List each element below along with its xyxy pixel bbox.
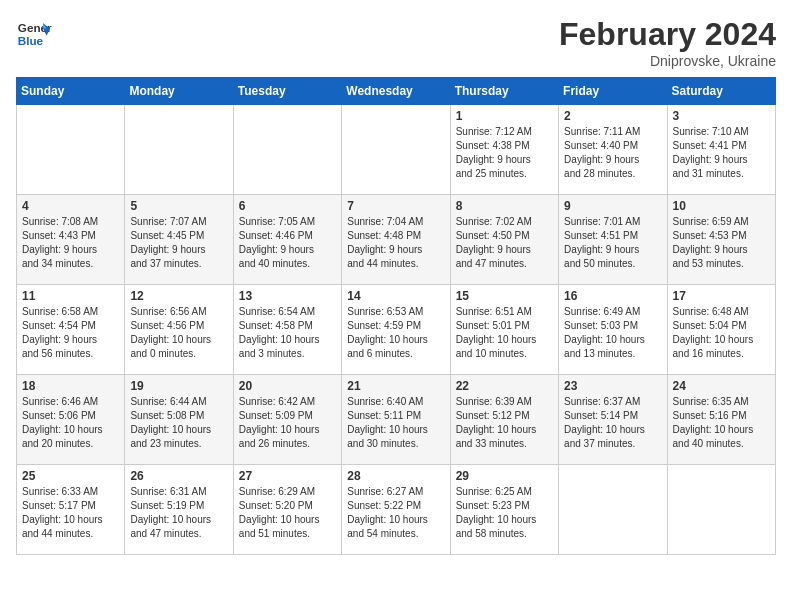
- day-info: Sunrise: 6:42 AM Sunset: 5:09 PM Dayligh…: [239, 395, 336, 451]
- calendar-day-cell: 17Sunrise: 6:48 AM Sunset: 5:04 PM Dayli…: [667, 285, 775, 375]
- title-block: February 2024 Dniprovske, Ukraine: [559, 16, 776, 69]
- month-year-title: February 2024: [559, 16, 776, 53]
- day-number: 23: [564, 379, 661, 393]
- calendar-week-row: 1Sunrise: 7:12 AM Sunset: 4:38 PM Daylig…: [17, 105, 776, 195]
- day-info: Sunrise: 6:49 AM Sunset: 5:03 PM Dayligh…: [564, 305, 661, 361]
- day-number: 13: [239, 289, 336, 303]
- day-number: 9: [564, 199, 661, 213]
- day-number: 27: [239, 469, 336, 483]
- calendar-day-cell: 23Sunrise: 6:37 AM Sunset: 5:14 PM Dayli…: [559, 375, 667, 465]
- day-number: 24: [673, 379, 770, 393]
- day-of-week-header: Saturday: [667, 78, 775, 105]
- day-info: Sunrise: 6:25 AM Sunset: 5:23 PM Dayligh…: [456, 485, 553, 541]
- calendar-day-cell: 24Sunrise: 6:35 AM Sunset: 5:16 PM Dayli…: [667, 375, 775, 465]
- day-info: Sunrise: 6:31 AM Sunset: 5:19 PM Dayligh…: [130, 485, 227, 541]
- svg-text:Blue: Blue: [18, 34, 44, 47]
- calendar-day-cell: 18Sunrise: 6:46 AM Sunset: 5:06 PM Dayli…: [17, 375, 125, 465]
- calendar-week-row: 18Sunrise: 6:46 AM Sunset: 5:06 PM Dayli…: [17, 375, 776, 465]
- day-of-week-header: Monday: [125, 78, 233, 105]
- calendar-day-cell: [233, 105, 341, 195]
- day-number: 16: [564, 289, 661, 303]
- calendar-day-cell: 25Sunrise: 6:33 AM Sunset: 5:17 PM Dayli…: [17, 465, 125, 555]
- calendar-day-cell: 15Sunrise: 6:51 AM Sunset: 5:01 PM Dayli…: [450, 285, 558, 375]
- calendar-day-cell: 20Sunrise: 6:42 AM Sunset: 5:09 PM Dayli…: [233, 375, 341, 465]
- day-info: Sunrise: 7:05 AM Sunset: 4:46 PM Dayligh…: [239, 215, 336, 271]
- calendar-day-cell: [559, 465, 667, 555]
- day-number: 11: [22, 289, 119, 303]
- page-header: General Blue February 2024 Dniprovske, U…: [16, 16, 776, 69]
- calendar-day-cell: 26Sunrise: 6:31 AM Sunset: 5:19 PM Dayli…: [125, 465, 233, 555]
- logo: General Blue: [16, 16, 52, 52]
- day-info: Sunrise: 7:02 AM Sunset: 4:50 PM Dayligh…: [456, 215, 553, 271]
- calendar-day-cell: 19Sunrise: 6:44 AM Sunset: 5:08 PM Dayli…: [125, 375, 233, 465]
- day-number: 12: [130, 289, 227, 303]
- day-number: 14: [347, 289, 444, 303]
- calendar-body: 1Sunrise: 7:12 AM Sunset: 4:38 PM Daylig…: [17, 105, 776, 555]
- calendar-day-cell: 3Sunrise: 7:10 AM Sunset: 4:41 PM Daylig…: [667, 105, 775, 195]
- day-info: Sunrise: 6:27 AM Sunset: 5:22 PM Dayligh…: [347, 485, 444, 541]
- calendar-day-cell: 6Sunrise: 7:05 AM Sunset: 4:46 PM Daylig…: [233, 195, 341, 285]
- calendar-day-cell: 28Sunrise: 6:27 AM Sunset: 5:22 PM Dayli…: [342, 465, 450, 555]
- calendar-day-cell: 11Sunrise: 6:58 AM Sunset: 4:54 PM Dayli…: [17, 285, 125, 375]
- day-of-week-header: Thursday: [450, 78, 558, 105]
- day-info: Sunrise: 7:11 AM Sunset: 4:40 PM Dayligh…: [564, 125, 661, 181]
- day-number: 10: [673, 199, 770, 213]
- day-info: Sunrise: 6:59 AM Sunset: 4:53 PM Dayligh…: [673, 215, 770, 271]
- day-info: Sunrise: 6:44 AM Sunset: 5:08 PM Dayligh…: [130, 395, 227, 451]
- calendar-day-cell: [667, 465, 775, 555]
- day-number: 17: [673, 289, 770, 303]
- day-number: 6: [239, 199, 336, 213]
- day-info: Sunrise: 7:12 AM Sunset: 4:38 PM Dayligh…: [456, 125, 553, 181]
- day-number: 26: [130, 469, 227, 483]
- day-number: 15: [456, 289, 553, 303]
- day-info: Sunrise: 7:08 AM Sunset: 4:43 PM Dayligh…: [22, 215, 119, 271]
- calendar-day-cell: 4Sunrise: 7:08 AM Sunset: 4:43 PM Daylig…: [17, 195, 125, 285]
- day-info: Sunrise: 6:39 AM Sunset: 5:12 PM Dayligh…: [456, 395, 553, 451]
- day-info: Sunrise: 6:58 AM Sunset: 4:54 PM Dayligh…: [22, 305, 119, 361]
- day-number: 3: [673, 109, 770, 123]
- calendar-day-cell: 13Sunrise: 6:54 AM Sunset: 4:58 PM Dayli…: [233, 285, 341, 375]
- calendar-day-cell: 12Sunrise: 6:56 AM Sunset: 4:56 PM Dayli…: [125, 285, 233, 375]
- calendar-day-cell: 1Sunrise: 7:12 AM Sunset: 4:38 PM Daylig…: [450, 105, 558, 195]
- day-number: 7: [347, 199, 444, 213]
- day-of-week-header: Friday: [559, 78, 667, 105]
- day-number: 25: [22, 469, 119, 483]
- day-of-week-header: Tuesday: [233, 78, 341, 105]
- day-number: 22: [456, 379, 553, 393]
- calendar-day-cell: 22Sunrise: 6:39 AM Sunset: 5:12 PM Dayli…: [450, 375, 558, 465]
- calendar-day-cell: 5Sunrise: 7:07 AM Sunset: 4:45 PM Daylig…: [125, 195, 233, 285]
- calendar-day-cell: 2Sunrise: 7:11 AM Sunset: 4:40 PM Daylig…: [559, 105, 667, 195]
- calendar-day-cell: [342, 105, 450, 195]
- calendar-day-cell: 16Sunrise: 6:49 AM Sunset: 5:03 PM Dayli…: [559, 285, 667, 375]
- calendar-week-row: 25Sunrise: 6:33 AM Sunset: 5:17 PM Dayli…: [17, 465, 776, 555]
- day-number: 28: [347, 469, 444, 483]
- day-info: Sunrise: 6:53 AM Sunset: 4:59 PM Dayligh…: [347, 305, 444, 361]
- day-number: 5: [130, 199, 227, 213]
- day-info: Sunrise: 7:04 AM Sunset: 4:48 PM Dayligh…: [347, 215, 444, 271]
- day-number: 21: [347, 379, 444, 393]
- day-info: Sunrise: 6:37 AM Sunset: 5:14 PM Dayligh…: [564, 395, 661, 451]
- calendar-table: SundayMondayTuesdayWednesdayThursdayFrid…: [16, 77, 776, 555]
- day-info: Sunrise: 7:07 AM Sunset: 4:45 PM Dayligh…: [130, 215, 227, 271]
- day-number: 29: [456, 469, 553, 483]
- day-number: 19: [130, 379, 227, 393]
- calendar-day-cell: 7Sunrise: 7:04 AM Sunset: 4:48 PM Daylig…: [342, 195, 450, 285]
- day-info: Sunrise: 6:51 AM Sunset: 5:01 PM Dayligh…: [456, 305, 553, 361]
- logo-icon: General Blue: [16, 16, 52, 52]
- day-info: Sunrise: 6:48 AM Sunset: 5:04 PM Dayligh…: [673, 305, 770, 361]
- day-info: Sunrise: 6:33 AM Sunset: 5:17 PM Dayligh…: [22, 485, 119, 541]
- calendar-week-row: 4Sunrise: 7:08 AM Sunset: 4:43 PM Daylig…: [17, 195, 776, 285]
- calendar-day-cell: 8Sunrise: 7:02 AM Sunset: 4:50 PM Daylig…: [450, 195, 558, 285]
- day-info: Sunrise: 6:40 AM Sunset: 5:11 PM Dayligh…: [347, 395, 444, 451]
- calendar-day-cell: [125, 105, 233, 195]
- day-of-week-header: Wednesday: [342, 78, 450, 105]
- calendar-header: SundayMondayTuesdayWednesdayThursdayFrid…: [17, 78, 776, 105]
- header-row: SundayMondayTuesdayWednesdayThursdayFrid…: [17, 78, 776, 105]
- calendar-day-cell: 27Sunrise: 6:29 AM Sunset: 5:20 PM Dayli…: [233, 465, 341, 555]
- calendar-day-cell: 9Sunrise: 7:01 AM Sunset: 4:51 PM Daylig…: [559, 195, 667, 285]
- day-info: Sunrise: 7:10 AM Sunset: 4:41 PM Dayligh…: [673, 125, 770, 181]
- day-number: 8: [456, 199, 553, 213]
- day-number: 2: [564, 109, 661, 123]
- calendar-day-cell: [17, 105, 125, 195]
- day-info: Sunrise: 6:54 AM Sunset: 4:58 PM Dayligh…: [239, 305, 336, 361]
